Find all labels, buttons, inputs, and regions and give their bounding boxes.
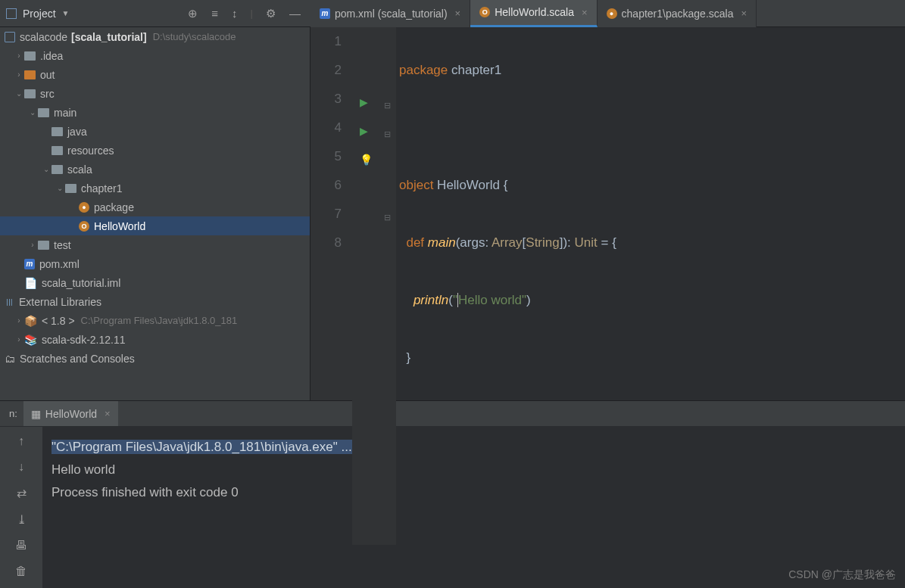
fold-column: ⊟ ⊟ ⊟ bbox=[382, 27, 396, 545]
minimize-icon[interactable]: — bbox=[286, 7, 304, 20]
tab-label: pom.xml (scala_tutorial) bbox=[335, 8, 448, 20]
scala-package-icon: ● bbox=[79, 202, 89, 213]
topbar: Project ▼ ⊕ ≡ ↕ | ⚙ — m pom.xml (scala_t… bbox=[0, 0, 905, 27]
scroll-icon[interactable]: ⤓ bbox=[17, 512, 27, 527]
fold-icon[interactable]: ⊟ bbox=[384, 120, 391, 148]
down-icon[interactable]: ↓ bbox=[18, 460, 24, 474]
run-label: n: bbox=[3, 408, 23, 419]
chevron-right-icon[interactable]: › bbox=[14, 51, 24, 60]
iml-icon: 📄 bbox=[24, 277, 37, 289]
run-icon[interactable]: ▶ bbox=[360, 117, 368, 145]
tree-java[interactable]: java bbox=[0, 122, 310, 141]
close-icon[interactable]: × bbox=[101, 408, 111, 419]
exit-line: Process finished with exit code 0 bbox=[51, 481, 905, 504]
chevron-down-icon[interactable]: ⌄ bbox=[41, 165, 51, 173]
root-path: D:\study\scalacode bbox=[153, 31, 236, 42]
project-tree[interactable]: scalacode [scala_tutorial] D:\study\scal… bbox=[0, 27, 311, 400]
command-line: "C:\Program Files\Java\jdk1.8.0_181\bin\… bbox=[51, 440, 352, 454]
maven-icon: m bbox=[24, 259, 35, 269]
chevron-down-icon[interactable]: ⌄ bbox=[55, 184, 65, 192]
project-tool-icon bbox=[6, 8, 17, 19]
tree-scala[interactable]: ⌄ scala bbox=[0, 160, 310, 179]
folder-icon bbox=[24, 70, 36, 79]
libraries-icon: ⫼ bbox=[5, 296, 14, 307]
tree-iml[interactable]: 📄 scala_tutorial.iml bbox=[0, 273, 310, 292]
chevron-down-icon[interactable]: ⌄ bbox=[27, 108, 38, 117]
tree-chapter1[interactable]: ⌄ chapter1 bbox=[0, 179, 310, 198]
folder-icon bbox=[24, 89, 36, 98]
root-label: scalacode bbox=[20, 31, 67, 43]
chevron-down-icon[interactable]: ⌄ bbox=[14, 89, 24, 98]
scala-object-icon: O bbox=[79, 221, 89, 232]
run-toolbar: ↑ ↓ ⇄ ⤓ 🖶 🗑 bbox=[0, 427, 42, 588]
scratches-icon: 🗂 bbox=[5, 353, 15, 365]
project-dropdown-icon[interactable]: ▼ bbox=[62, 9, 70, 17]
tree-pom[interactable]: m pom.xml bbox=[0, 254, 310, 273]
jdk-icon: 📦 bbox=[24, 315, 37, 327]
chevron-right-icon[interactable]: › bbox=[14, 70, 24, 79]
close-icon[interactable]: × bbox=[738, 8, 747, 19]
expand-icon[interactable]: ≡ bbox=[208, 7, 222, 20]
tree-out[interactable]: › out bbox=[0, 65, 310, 84]
watermark: CSDN @广志是我爸爸 bbox=[788, 568, 896, 582]
print-icon[interactable]: 🖶 bbox=[15, 539, 27, 552]
close-icon[interactable]: × bbox=[452, 8, 461, 19]
sort-icon[interactable]: ↕ bbox=[228, 7, 242, 20]
editor: 12345678 ▶ ▶ 💡 ⊟ ⊟ ⊟ package chapter1 ob… bbox=[311, 27, 905, 400]
run-icon[interactable]: ▶ bbox=[360, 88, 368, 117]
chevron-right-icon[interactable]: › bbox=[14, 316, 24, 325]
sdk-icon: 📚 bbox=[24, 334, 37, 346]
close-icon[interactable]: × bbox=[579, 7, 588, 18]
folder-icon bbox=[51, 165, 63, 174]
intention-bulb-icon[interactable]: 💡 bbox=[360, 145, 373, 174]
fold-icon[interactable]: ⊟ bbox=[384, 91, 391, 120]
stdout-line: Hello world bbox=[51, 459, 905, 481]
run-config-icon: ▦ bbox=[31, 408, 41, 420]
module-name: [scala_tutorial] bbox=[71, 31, 147, 43]
scala-package-icon: ● bbox=[607, 8, 617, 19]
fold-end-icon[interactable]: ⊟ bbox=[384, 203, 391, 232]
tree-main[interactable]: ⌄ main bbox=[0, 103, 310, 122]
tree-jdk[interactable]: › 📦 < 1.8 > C:\Program Files\Java\jdk1.8… bbox=[0, 311, 310, 330]
tree-package[interactable]: ● package bbox=[0, 198, 310, 216]
scala-object-icon: O bbox=[479, 7, 490, 17]
tree-resources[interactable]: resources bbox=[0, 141, 310, 160]
tab-label: HelloWorld.scala bbox=[495, 6, 574, 18]
run-tab[interactable]: ▦ HelloWorld × bbox=[23, 401, 118, 426]
tab-label: chapter1\package.scala bbox=[622, 8, 734, 20]
wrap-icon[interactable]: ⇄ bbox=[17, 486, 27, 500]
tree-scratches[interactable]: 🗂 Scratches and Consoles bbox=[0, 349, 310, 368]
folder-icon bbox=[24, 51, 36, 61]
tab-pom[interactable]: m pom.xml (scala_tutorial) × bbox=[311, 0, 470, 27]
tree-helloworld[interactable]: O HelloWorld bbox=[0, 216, 310, 235]
tree-ext-libraries[interactable]: ⫼ External Libraries bbox=[0, 292, 310, 311]
chevron-right-icon[interactable]: › bbox=[27, 241, 38, 249]
tree-idea[interactable]: › .idea bbox=[0, 46, 310, 65]
tab-package[interactable]: ● chapter1\package.scala × bbox=[598, 0, 757, 27]
maven-icon: m bbox=[320, 8, 330, 19]
tab-helloworld[interactable]: O HelloWorld.scala × bbox=[470, 0, 597, 27]
chevron-right-icon[interactable]: › bbox=[14, 335, 24, 344]
up-icon[interactable]: ↑ bbox=[18, 434, 24, 448]
editor-tabs: m pom.xml (scala_tutorial) × O HelloWorl… bbox=[311, 0, 757, 27]
tree-root[interactable]: scalacode [scala_tutorial] D:\study\scal… bbox=[0, 27, 310, 46]
project-title[interactable]: Project bbox=[23, 8, 56, 20]
gear-icon[interactable]: ⚙ bbox=[262, 7, 279, 20]
folder-icon bbox=[38, 241, 49, 250]
separator: | bbox=[248, 8, 256, 19]
tree-scala-sdk[interactable]: › 📚 scala-sdk-2.12.11 bbox=[0, 330, 310, 349]
run-tool-window: n: ▦ HelloWorld × ↑ ↓ ⇄ ⤓ 🖶 🗑 "C:\Progra… bbox=[0, 400, 905, 588]
folder-icon bbox=[51, 127, 63, 136]
console-output[interactable]: "C:\Program Files\Java\jdk1.8.0_181\bin\… bbox=[42, 427, 905, 588]
tree-test[interactable]: › test bbox=[0, 235, 310, 254]
folder-icon bbox=[51, 146, 63, 155]
tree-src[interactable]: ⌄ src bbox=[0, 84, 310, 103]
module-icon bbox=[5, 32, 15, 42]
gutter-icons: ▶ ▶ 💡 bbox=[352, 27, 382, 545]
trash-icon[interactable]: 🗑 bbox=[15, 565, 27, 578]
locate-icon[interactable]: ⊕ bbox=[184, 7, 201, 20]
folder-icon bbox=[38, 108, 49, 117]
package-folder-icon bbox=[65, 184, 76, 193]
